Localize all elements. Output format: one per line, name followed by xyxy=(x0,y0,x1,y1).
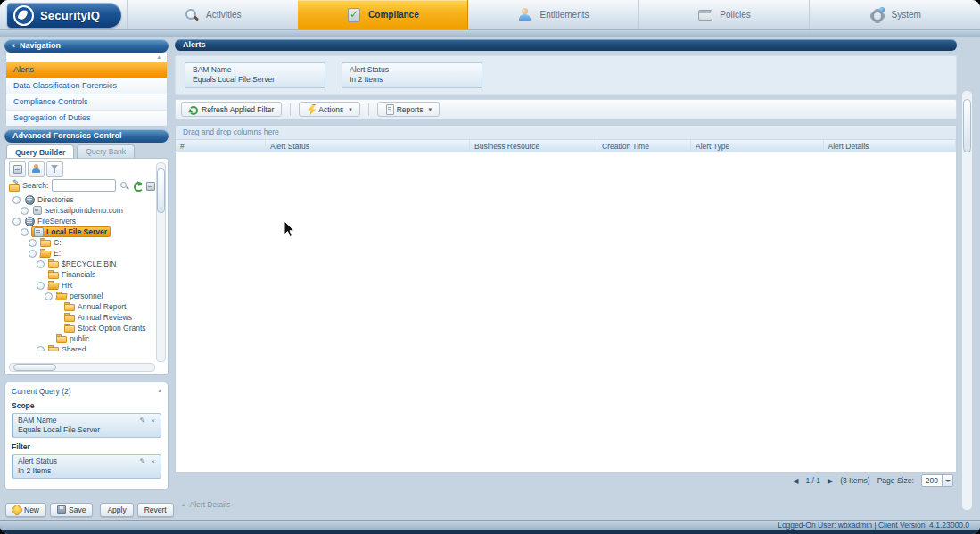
column-header[interactable]: # xyxy=(176,140,266,152)
tree-item[interactable]: Annual Report xyxy=(9,301,155,312)
scope-card-edit-remove-icons[interactable]: ✎ × xyxy=(139,415,157,425)
column-header[interactable]: Creation Time xyxy=(597,140,691,152)
apply-button[interactable]: Apply xyxy=(100,503,133,517)
alert-details-label: Alert Details xyxy=(190,500,231,509)
tree-item-body[interactable]: C: xyxy=(39,238,64,247)
tree-filter-button[interactable] xyxy=(46,161,63,177)
sidebar-nav-item[interactable]: Alerts xyxy=(6,62,167,78)
tree-vscroll-thumb[interactable] xyxy=(157,168,165,213)
tree-expander-icon[interactable] xyxy=(21,207,29,215)
reports-dropdown-button[interactable]: Reports ▾ xyxy=(377,102,440,117)
column-header[interactable]: Business Resource xyxy=(470,140,597,152)
tree-item[interactable]: $RECYCLE.BIN xyxy=(9,259,155,269)
tree-item-label: HR xyxy=(62,281,72,290)
tree-expander-icon[interactable] xyxy=(21,228,29,236)
query-tab[interactable]: Query Bank xyxy=(77,144,135,158)
tree-item[interactable]: E: xyxy=(9,248,155,259)
nav-collapse-icon[interactable]: ▴ xyxy=(6,53,167,62)
tree-expander-icon[interactable] xyxy=(37,282,45,290)
revert-button[interactable]: Revert xyxy=(137,503,174,517)
tree-expander-icon[interactable] xyxy=(12,218,21,226)
filter-card-edit-remove-icons[interactable]: ✎ × xyxy=(139,456,157,466)
tree-expander-icon[interactable] xyxy=(45,292,53,300)
column-header[interactable]: Alert Details xyxy=(823,140,956,152)
tree-item[interactable]: FileServers xyxy=(9,216,155,226)
tree-item-body[interactable]: personnel xyxy=(55,292,105,300)
tree-item-body[interactable]: Financials xyxy=(47,270,98,279)
tree-item-body[interactable]: HR xyxy=(47,281,75,290)
page-size-select[interactable]: 200 xyxy=(921,474,953,487)
tree-item-body[interactable]: Directories xyxy=(23,195,77,204)
sidebar-nav-item[interactable]: Data Classification Forensics xyxy=(6,78,167,94)
query-buttons-row: New Save Apply Revert xyxy=(4,503,169,518)
view-identities-button[interactable] xyxy=(28,161,45,177)
prev-page-icon[interactable]: ◀ xyxy=(793,477,798,485)
tree-expander-icon[interactable] xyxy=(37,346,45,352)
tree-item-body[interactable]: Local File Server xyxy=(31,226,111,237)
tree-item-body[interactable]: E: xyxy=(39,249,63,258)
main-vertical-scrollbar[interactable] xyxy=(961,90,973,511)
tree-item-body[interactable]: FileServers xyxy=(23,217,78,226)
column-header[interactable]: Alert Type xyxy=(691,140,824,152)
tree-item[interactable]: Shared xyxy=(9,344,155,351)
save-query-button[interactable]: Save xyxy=(50,503,93,517)
tab-icon xyxy=(184,7,199,22)
top-bar: SecurityIQ Activities Compliance Entitle… xyxy=(0,0,980,30)
tree-item-body[interactable]: Stock Option Grants xyxy=(63,324,149,333)
tree-item[interactable]: Financials xyxy=(9,269,155,280)
tree-item[interactable]: Local File Server xyxy=(9,226,155,237)
top-tab[interactable]: Activities xyxy=(127,0,298,29)
view-servers-button[interactable] xyxy=(9,161,26,177)
tree-item[interactable]: public xyxy=(9,333,155,344)
group-by-bar[interactable]: Drag and drop columns here xyxy=(176,126,956,140)
tree-item-body[interactable]: Annual Report xyxy=(63,302,128,311)
navigation-header[interactable]: ‹Navigation xyxy=(4,39,169,53)
alert-details-toggle[interactable]: ▴ Alert Details xyxy=(175,498,957,511)
tree-item[interactable]: HR xyxy=(9,280,155,291)
new-query-button[interactable]: New xyxy=(5,503,46,517)
tree-item[interactable]: seri.sailpointdemo.com xyxy=(9,205,155,216)
tree-item-body[interactable]: Annual Reviews xyxy=(63,313,135,322)
collapse-sidebar-icon[interactable]: ‹ xyxy=(12,41,15,50)
tree-item-body[interactable]: seri.sailpointdemo.com xyxy=(31,206,126,215)
tree-expander-icon[interactable] xyxy=(37,260,45,268)
actions-dropdown-button[interactable]: Actions ▾ xyxy=(299,102,359,117)
filter-chip[interactable]: Alert Status In 2 Items xyxy=(342,62,482,88)
select-caret-icon[interactable] xyxy=(942,475,952,486)
tree-item[interactable]: C: xyxy=(9,237,155,248)
sidebar-nav-item[interactable]: Compliance Controls xyxy=(6,94,167,110)
top-tab[interactable]: System xyxy=(809,0,980,29)
top-tab[interactable]: Entitlements xyxy=(468,0,638,29)
query-tab[interactable]: Query Builder xyxy=(6,144,74,159)
tree-search-input[interactable] xyxy=(52,179,116,192)
main-vscroll-thumb[interactable] xyxy=(963,99,971,152)
tree-item[interactable]: Directories xyxy=(9,194,155,205)
query-collapse-icon[interactable]: ▴ xyxy=(158,387,161,396)
filter-card[interactable]: Alert Status In 2 Items ✎ × xyxy=(12,454,161,479)
advanced-forensics-header[interactable]: Advanced Forensics Control xyxy=(4,129,169,143)
top-tab[interactable]: Policies xyxy=(638,0,810,29)
tree-refresh-icon[interactable] xyxy=(133,181,142,191)
refresh-applied-filter-button[interactable]: Refresh Applied Filter xyxy=(181,102,282,117)
scope-card[interactable]: BAM Name Equals Local File Server ✎ × xyxy=(12,413,161,438)
search-go-icon[interactable] xyxy=(119,181,128,191)
tree-collapse-all-icon[interactable] xyxy=(145,181,155,191)
tree-expander-icon[interactable] xyxy=(29,239,37,247)
tree-expander-icon[interactable] xyxy=(12,196,21,204)
tree-item[interactable]: Annual Reviews xyxy=(9,312,155,323)
tree-expander-icon[interactable] xyxy=(29,250,37,258)
tree-item-body[interactable]: $RECYCLE.BIN xyxy=(47,259,119,268)
top-tab[interactable]: Compliance xyxy=(298,0,469,29)
tree-item-body[interactable]: public xyxy=(55,334,92,343)
tree-item[interactable]: personnel xyxy=(9,291,155,301)
tree-item[interactable]: Stock Option Grants xyxy=(9,323,155,333)
filter-card-field: Alert Status xyxy=(18,456,156,466)
column-header[interactable]: Alert Status xyxy=(266,140,470,152)
filter-chip[interactable]: BAM Name Equals Local File Server xyxy=(185,62,325,88)
tree-item-body[interactable]: Shared xyxy=(47,345,88,351)
sidebar-nav-item[interactable]: Segregation of Duties xyxy=(6,110,167,126)
tree-hscroll-thumb[interactable] xyxy=(13,364,56,371)
tree-vertical-scrollbar[interactable] xyxy=(156,162,166,362)
tree-horizontal-scrollbar[interactable] xyxy=(9,363,155,372)
next-page-icon[interactable]: ▶ xyxy=(828,477,833,485)
